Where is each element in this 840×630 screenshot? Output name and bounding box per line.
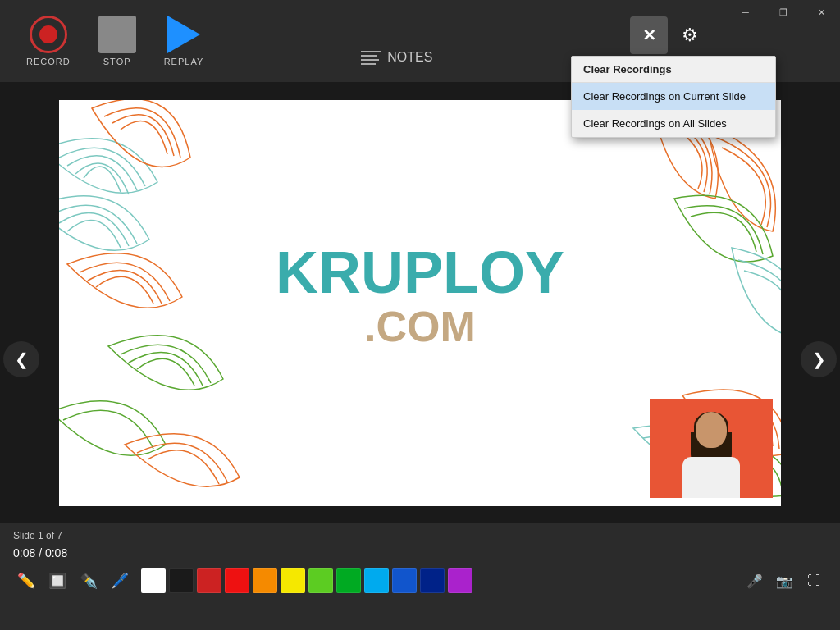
slide-info: Slide 1 of 7: [13, 530, 827, 541]
bottom-right-icons: 🎤 📷 ⛶: [742, 568, 827, 594]
record-button[interactable]: RECORD: [16, 9, 80, 73]
color-swatch-purple[interactable]: [448, 568, 472, 593]
slide-content: KRUPLOY .COM: [59, 100, 781, 506]
color-swatch-light-green[interactable]: [308, 568, 333, 593]
camera-person: [650, 399, 773, 498]
time-display: 0:08 / 0:08: [13, 546, 827, 559]
play-icon: [167, 16, 200, 53]
record-icon: [30, 16, 67, 53]
stop-button[interactable]: STOP: [89, 9, 146, 73]
tools-row: ✏️ 🔲 ✒️ 🖊️ 🎤 📷 ⛶: [13, 568, 827, 594]
fullscreen-icon[interactable]: ⛶: [801, 568, 827, 594]
clear-all-slides-item[interactable]: Clear Recordings on All Slides: [572, 110, 775, 137]
color-swatch-orange[interactable]: [253, 568, 277, 593]
record-label: RECORD: [26, 57, 71, 66]
microphone-icon[interactable]: 🎤: [742, 568, 768, 594]
record-dot: [39, 25, 57, 43]
restore-button[interactable]: ❐: [765, 0, 802, 25]
color-swatch-blue[interactable]: [392, 568, 417, 593]
clear-recordings-button[interactable]: ✕: [630, 16, 668, 54]
notes-button[interactable]: NOTES: [353, 45, 441, 70]
replay-label: REPLAY: [164, 57, 204, 66]
close-window-button[interactable]: ✕: [802, 0, 840, 25]
bottom-bar: Slide 1 of 7 0:08 / 0:08 ✏️ 🔲 ✒️ 🖊️ 🎤 📷 …: [0, 523, 840, 630]
right-toolbar: ✕ ⚙: [630, 16, 709, 54]
color-swatch-dark-blue[interactable]: [420, 568, 445, 593]
color-swatch-light-blue[interactable]: [364, 568, 389, 593]
notes-label: NOTES: [387, 50, 432, 65]
color-swatch-yellow[interactable]: [281, 568, 305, 593]
clear-current-slide-item[interactable]: Clear Recordings on Current Slide: [572, 83, 775, 110]
slide-container: KRUPLOY .COM: [41, 82, 799, 523]
titlebar: ─ ❐ ✕: [727, 0, 840, 25]
laser-tool[interactable]: 🖊️: [107, 568, 133, 594]
dropdown-title: Clear Recordings: [572, 57, 775, 83]
person-head: [696, 412, 727, 448]
stop-label: STOP: [103, 57, 131, 66]
prev-slide-button[interactable]: ❮: [3, 341, 39, 377]
color-swatch-white[interactable]: [141, 568, 166, 593]
replay-button[interactable]: REPLAY: [154, 9, 214, 73]
highlight-tool[interactable]: ✒️: [75, 568, 102, 594]
camera-preview: [650, 399, 773, 498]
color-swatch-green[interactable]: [336, 568, 361, 593]
stop-icon: [98, 16, 136, 53]
notes-icon: [361, 51, 381, 65]
slide-title: KRUPLOY .COM: [276, 243, 564, 351]
color-swatch-dark-red[interactable]: [197, 568, 221, 593]
next-slide-button[interactable]: ❯: [801, 341, 837, 377]
camera-icon[interactable]: 📷: [771, 568, 797, 594]
slide-main-text: KRUPLOY: [276, 243, 564, 302]
slide-sub-text: .COM: [276, 302, 564, 351]
color-palette: [141, 568, 472, 593]
person-figure: [662, 408, 760, 498]
pen-tool[interactable]: ✏️: [13, 568, 39, 594]
color-swatch-red[interactable]: [225, 568, 249, 593]
clear-recordings-dropdown: Clear Recordings Clear Recordings on Cur…: [571, 56, 776, 138]
color-swatch-black[interactable]: [169, 568, 194, 593]
settings-button[interactable]: ⚙: [671, 16, 709, 54]
minimize-button[interactable]: ─: [727, 0, 765, 25]
person-body: [682, 457, 740, 498]
eraser-tool[interactable]: 🔲: [44, 568, 71, 594]
